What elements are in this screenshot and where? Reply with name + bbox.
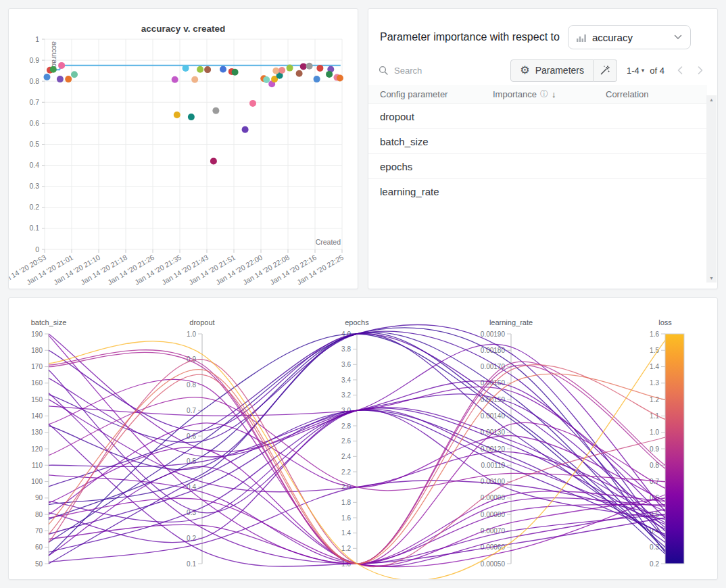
table-scrollbar[interactable]: ▲ ▼ xyxy=(706,95,717,283)
svg-text:Created: Created xyxy=(316,238,341,246)
gear-icon: ⚙ xyxy=(520,65,529,76)
config-parameter-name: epochs xyxy=(380,161,493,172)
svg-text:1.8: 1.8 xyxy=(341,499,351,506)
parallel-coordinates-chart[interactable]: batch_size190180170160150140130120110100… xyxy=(9,298,717,579)
info-icon[interactable]: ⓘ xyxy=(540,89,548,100)
svg-text:dropout: dropout xyxy=(189,318,214,326)
parameters-button-label: Parameters xyxy=(535,65,584,76)
svg-text:epochs: epochs xyxy=(345,318,369,326)
importance-header: Parameter importance with respect to acc… xyxy=(380,25,706,49)
svg-text:1.4: 1.4 xyxy=(341,529,351,537)
svg-text:80: 80 xyxy=(35,511,43,518)
svg-text:180: 180 xyxy=(31,347,43,354)
svg-text:Jan 14 '20 22:16: Jan 14 '20 22:16 xyxy=(268,253,318,286)
chevron-left-icon[interactable] xyxy=(677,66,683,75)
pagination-nav xyxy=(677,66,704,75)
svg-text:Jan 14 '20 22:25: Jan 14 '20 22:25 xyxy=(295,253,345,286)
svg-text:2.4: 2.4 xyxy=(341,453,351,460)
search-box xyxy=(379,65,487,76)
chevron-down-icon xyxy=(674,34,682,40)
svg-text:2.6: 2.6 xyxy=(341,437,351,445)
table-row: batch_size xyxy=(368,128,707,153)
metric-select[interactable]: accuracy xyxy=(568,25,691,49)
toolbar-right: ⚙ Parameters 1-4 ▾ of 4 xyxy=(510,59,706,82)
svg-text:0.00050: 0.00050 xyxy=(481,560,506,568)
svg-text:1.3: 1.3 xyxy=(650,379,659,387)
svg-text:3.2: 3.2 xyxy=(341,391,351,399)
importance-title: Parameter importance with respect to xyxy=(380,31,560,43)
scatter-chart[interactable]: Jan 14 '20 20:53Jan 14 '20 21:01Jan 14 '… xyxy=(9,9,359,290)
svg-text:loss: loss xyxy=(658,318,672,326)
svg-text:0.1: 0.1 xyxy=(29,224,39,232)
svg-text:2.2: 2.2 xyxy=(341,468,351,476)
magic-wand-button[interactable] xyxy=(594,59,617,82)
metric-select-value: accuracy xyxy=(592,32,633,43)
svg-text:0.7: 0.7 xyxy=(187,407,196,414)
svg-text:Jan 14 '20 21:10: Jan 14 '20 21:10 xyxy=(52,253,101,286)
svg-text:learning_rate: learning_rate xyxy=(489,318,533,326)
dashboard: accuracy v. created Jan 14 '20 20:53Jan … xyxy=(0,0,726,588)
sort-desc-icon[interactable]: ↓ xyxy=(552,89,556,99)
svg-text:0.6: 0.6 xyxy=(29,119,39,127)
importance-rows: dropoutbatch_sizeepochslearning_rate xyxy=(368,103,707,203)
svg-text:130: 130 xyxy=(31,428,43,436)
svg-text:Jan 14 '20 22:08: Jan 14 '20 22:08 xyxy=(241,253,291,286)
svg-text:0.8: 0.8 xyxy=(29,77,39,85)
svg-text:1.0: 1.0 xyxy=(650,428,659,436)
svg-text:70: 70 xyxy=(35,527,43,535)
svg-text:2.8: 2.8 xyxy=(341,422,351,430)
svg-text:0.00170: 0.00170 xyxy=(481,363,506,370)
svg-text:1: 1 xyxy=(35,35,39,43)
importance-toolbar: ⚙ Parameters 1-4 ▾ of 4 xyxy=(379,59,706,82)
chevron-right-icon[interactable] xyxy=(697,66,704,75)
svg-text:0.5: 0.5 xyxy=(29,140,39,148)
svg-text:0.00080: 0.00080 xyxy=(481,511,506,518)
svg-text:0.2: 0.2 xyxy=(650,560,659,568)
svg-text:100: 100 xyxy=(31,478,43,485)
search-icon xyxy=(379,66,388,75)
svg-text:Jan 14 '20 21:01: Jan 14 '20 21:01 xyxy=(25,253,74,286)
svg-text:140: 140 xyxy=(31,412,43,420)
svg-text:0.3: 0.3 xyxy=(29,182,39,190)
svg-text:160: 160 xyxy=(31,379,43,387)
svg-text:Jan 14 '20 21:43: Jan 14 '20 21:43 xyxy=(160,253,210,286)
col-correlation: Correlation xyxy=(606,89,649,99)
svg-text:1.2: 1.2 xyxy=(341,545,351,552)
table-row: learning_rate xyxy=(368,178,707,203)
config-parameter-name: learning_rate xyxy=(380,186,493,197)
svg-text:Jan 14 '20 21:18: Jan 14 '20 21:18 xyxy=(79,253,128,286)
bar-chart-icon xyxy=(577,32,586,42)
svg-text:50: 50 xyxy=(35,560,43,568)
svg-text:batch_size: batch_size xyxy=(31,318,67,326)
svg-text:0.2: 0.2 xyxy=(29,203,39,211)
table-row: dropout xyxy=(368,103,707,128)
col-config-parameter: Config parameter xyxy=(380,89,493,99)
svg-text:190: 190 xyxy=(31,330,43,338)
svg-text:0.7: 0.7 xyxy=(29,98,39,106)
importance-table-header: Config parameter Importance ⓘ ↓ Correlat… xyxy=(368,85,707,103)
svg-text:90: 90 xyxy=(35,494,43,501)
svg-text:0.00110: 0.00110 xyxy=(481,462,506,469)
svg-text:0.1: 0.1 xyxy=(187,560,196,568)
parallel-coordinates-panel: batch_size190180170160150140130120110100… xyxy=(8,297,718,580)
svg-text:110: 110 xyxy=(32,462,43,469)
svg-text:0.9: 0.9 xyxy=(29,56,39,64)
svg-text:0.00190: 0.00190 xyxy=(481,330,506,338)
pagination-range-dropdown[interactable]: 1-4 ▾ of 4 xyxy=(627,66,664,76)
pagination-total: of 4 xyxy=(650,66,664,76)
col-importance: Importance ⓘ ↓ xyxy=(493,89,606,100)
scroll-up-icon[interactable]: ▲ xyxy=(709,97,714,102)
svg-text:Jan 14 '20 22:00: Jan 14 '20 22:00 xyxy=(214,253,264,286)
parameters-button[interactable]: ⚙ Parameters xyxy=(510,59,594,82)
search-input[interactable] xyxy=(393,65,474,76)
scatter-panel: accuracy v. created Jan 14 '20 20:53Jan … xyxy=(8,8,358,289)
importance-table: Config parameter Importance ⓘ ↓ Correlat… xyxy=(368,85,707,203)
config-parameter-name: dropout xyxy=(380,111,493,122)
svg-text:120: 120 xyxy=(31,445,43,453)
svg-text:3.6: 3.6 xyxy=(341,361,351,368)
svg-text:1.0: 1.0 xyxy=(187,330,196,338)
svg-text:1.4: 1.4 xyxy=(650,363,659,370)
svg-text:0.9: 0.9 xyxy=(650,445,659,453)
scroll-down-icon[interactable]: ▼ xyxy=(709,276,714,280)
table-row: epochs xyxy=(368,153,707,178)
